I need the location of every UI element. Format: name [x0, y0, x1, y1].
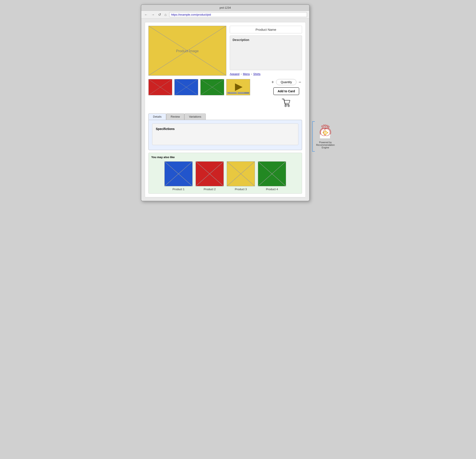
svg-text:Product Image: Product Image	[176, 49, 199, 53]
rec-item-2[interactable]: Product 2	[196, 161, 224, 191]
tab-variations[interactable]: Variations	[184, 114, 206, 120]
svg-rect-66	[323, 132, 324, 133]
product-info: Product Name Description Apparel › Mens …	[230, 26, 302, 76]
product-main-image: Product Image	[148, 26, 226, 76]
breadcrumb-sep-2: ›	[251, 72, 252, 76]
recommendations-items: Product 1 Product 2	[151, 161, 299, 191]
browser-titlebar: prd-1234	[141, 5, 309, 11]
rec-item-2-label: Product 2	[204, 188, 216, 191]
rec-item-4[interactable]: Product 4	[258, 161, 286, 191]
thumbnail-video[interactable]	[226, 79, 250, 95]
product-top-section: Product Image Product Name Description A…	[148, 26, 302, 76]
quantity-box[interactable]: Quantity	[276, 79, 297, 85]
cart-icon	[281, 97, 292, 110]
tabs-header: Details Review Variations	[148, 114, 302, 120]
recommendations-section: You may also like Product 1	[148, 153, 302, 194]
tabs-container: Details Review Variations Specifictions	[148, 114, 302, 150]
product-description-box: Description	[230, 35, 302, 70]
rec-engine-label: Powered by Recommendation Engine	[316, 141, 335, 149]
rec-engine-bracket	[312, 121, 315, 152]
specifications-box: Specifictions	[152, 124, 298, 145]
tab-review[interactable]: Review	[166, 114, 185, 120]
svg-point-18	[236, 92, 238, 94]
svg-point-19	[285, 105, 287, 107]
svg-point-63	[325, 132, 326, 134]
breadcrumb-shirts[interactable]: Shirts	[253, 72, 261, 76]
svg-rect-64	[325, 130, 326, 132]
svg-point-35	[322, 126, 323, 127]
address-bar[interactable]	[169, 12, 307, 17]
svg-line-43	[327, 126, 327, 129]
svg-rect-65	[325, 134, 326, 135]
description-label: Description	[233, 38, 249, 42]
tab-panel-details: Specifictions	[148, 120, 302, 150]
browser-title: prd-1234	[220, 6, 231, 9]
svg-point-38	[327, 125, 328, 126]
rec-item-4-label: Product 4	[266, 188, 278, 191]
specifications-label: Specifictions	[156, 127, 295, 131]
breadcrumb-mens[interactable]: Mens	[243, 72, 250, 76]
add-to-cart-button[interactable]: Add to Card	[273, 87, 299, 95]
svg-point-20	[288, 105, 289, 107]
rec-item-3-label: Product 3	[235, 188, 247, 191]
product-name: Product Name	[230, 26, 302, 33]
page-content: Product Image Product Name Description A…	[145, 22, 306, 197]
rec-item-1-label: Product 1	[172, 188, 185, 191]
recommendations-title: You may also like	[151, 156, 299, 159]
svg-point-39	[328, 126, 329, 127]
svg-line-42	[325, 126, 326, 128]
svg-point-36	[323, 125, 324, 126]
rec-item-3[interactable]: Product 3	[227, 161, 255, 191]
refresh-button[interactable]: ↺	[157, 12, 162, 17]
browser-toolbar: ← → ↺ ⌂	[141, 11, 309, 19]
breadcrumb: Apparel › Mens › Shirts	[230, 72, 302, 76]
home-button[interactable]: ⌂	[164, 12, 168, 17]
actions-column: + Quantity − Add to Card	[271, 79, 302, 110]
thumbnail-1[interactable]	[148, 79, 172, 95]
tab-details[interactable]: Details	[148, 114, 166, 120]
page-wrapper: prd-1234 ← → ↺ ⌂ Product Image	[141, 4, 335, 201]
thumbnail-3[interactable]	[200, 79, 224, 95]
rec-engine-icon	[318, 124, 333, 139]
forward-button[interactable]: →	[150, 12, 156, 17]
quantity-increase-button[interactable]: +	[271, 80, 275, 85]
breadcrumb-sep-1: ›	[241, 72, 242, 76]
back-button[interactable]: ←	[144, 12, 149, 17]
browser-window: prd-1234 ← → ↺ ⌂ Product Image	[141, 4, 310, 201]
thumbnail-2[interactable]	[174, 79, 198, 95]
svg-rect-67	[327, 132, 328, 133]
quantity-row: + Quantity −	[271, 79, 302, 85]
rec-engine-panel: Powered by Recommendation Engine	[316, 124, 335, 149]
quantity-decrease-button[interactable]: −	[298, 80, 302, 85]
rec-item-1[interactable]: Product 1	[164, 161, 193, 191]
svg-point-37	[325, 125, 326, 126]
breadcrumb-apparel[interactable]: Apparel	[230, 72, 239, 76]
